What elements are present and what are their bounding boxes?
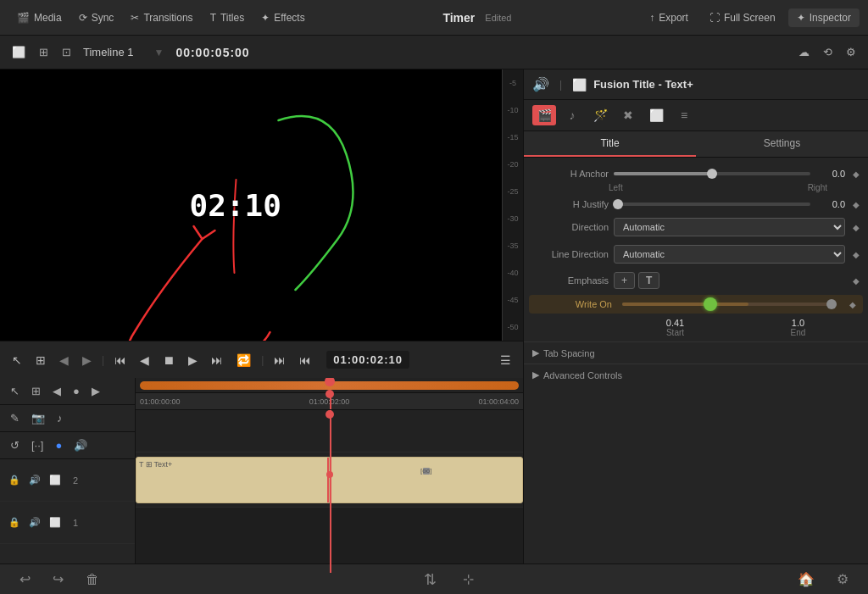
write-on-thumb-end[interactable] — [826, 299, 837, 309]
emphasis-plus-btn[interactable]: + — [614, 272, 635, 289]
emphasis-bold-btn[interactable]: T — [638, 272, 659, 289]
line-direction-dropdown[interactable]: Automatic Top to Bottom Bottom to Top — [614, 245, 845, 264]
write-on-keyframe[interactable]: ◆ — [849, 300, 856, 309]
next-btn[interactable]: ▶ — [77, 350, 97, 370]
emphasis-keyframe[interactable]: ◆ — [853, 276, 860, 286]
loop-btn[interactable]: 🔁 — [231, 350, 256, 370]
nav-inspector[interactable]: ✦ Inspector — [788, 8, 860, 27]
h-justify-value: 0.0 — [815, 199, 845, 209]
settings-icon[interactable]: ⚙ — [843, 44, 860, 60]
redo-btn[interactable]: ↪ — [46, 568, 70, 591]
h-anchor-slider[interactable] — [614, 172, 810, 175]
param-write-on: Write On ◆ — [529, 295, 863, 314]
direction-dropdown[interactable]: Automatic Left to Right Right to Left — [614, 218, 845, 236]
track1-clip-left[interactable]: T ⊞ Text+ — [136, 457, 330, 503]
share-icon-btn[interactable]: ⊹ — [456, 567, 481, 592]
write-on-slider[interactable] — [622, 303, 837, 306]
advanced-controls-section[interactable]: ▶ Advanced Controls — [524, 364, 868, 386]
nav-export[interactable]: ↑ Export — [641, 8, 697, 27]
stop-btn[interactable]: ⏹ — [158, 350, 180, 370]
h-anchor-keyframe[interactable]: ◆ — [853, 169, 860, 179]
tool-prev[interactable]: ◀ — [49, 383, 64, 399]
tab-transform-icon[interactable]: ✖ — [616, 105, 640, 125]
h-justify-keyframe[interactable]: ◆ — [853, 200, 860, 209]
sync-icon-btn[interactable]: ⇅ — [417, 567, 443, 592]
nav-fullscreen[interactable]: ⛶ Full Screen — [701, 8, 784, 27]
track1-audio-btn[interactable]: 🔊 — [27, 515, 42, 530]
viewer-icon-2[interactable]: ⊞ — [36, 44, 52, 60]
h-justify-slider[interactable] — [614, 203, 810, 206]
tool-wave[interactable]: [··] — [28, 437, 47, 453]
undo-btn[interactable]: ↩ — [13, 568, 37, 591]
delete-btn[interactable]: 🗑 — [79, 568, 106, 591]
begin-btn[interactable]: ⏮ — [294, 350, 316, 370]
nav-sync[interactable]: ⟳ Sync — [70, 8, 123, 27]
tab-settings[interactable]: Settings — [696, 131, 868, 157]
nav-media[interactable]: 🎬 Media — [8, 8, 70, 27]
end-btn[interactable]: ⏭ — [269, 350, 291, 370]
direction-label: Direction — [532, 222, 609, 232]
settings-btn[interactable]: ⚙ — [830, 568, 855, 591]
home-btn[interactable]: 🏠 — [791, 568, 821, 591]
clip-subtitle-icon: ⊞ — [146, 460, 153, 469]
select-tool-btn[interactable]: ↖ — [7, 350, 27, 370]
bottom-left-actions: ↩ ↪ 🗑 — [13, 568, 106, 591]
tool-audio[interactable]: 🔊 — [70, 437, 91, 453]
tool-circle[interactable]: ● — [70, 383, 83, 399]
step-back-btn[interactable]: ◀ — [135, 350, 154, 370]
tab-effects-icon[interactable]: 🪄 — [588, 105, 612, 125]
tool-select[interactable]: ↖ — [7, 383, 23, 399]
viewer-icon-3[interactable]: ⊡ — [58, 44, 75, 60]
h-anchor-sub-labels: Left Right — [524, 183, 868, 195]
view-icons: ⬜ ⊞ ⊡ — [8, 44, 75, 60]
track1-lock-btn[interactable]: 🔒 — [7, 515, 22, 530]
nav-transitions[interactable]: ✂ Transitions — [122, 8, 201, 27]
track2-video-btn[interactable]: ⬜ — [47, 473, 63, 487]
nav-effects[interactable]: ✦ Effects — [253, 8, 313, 27]
nav-right-items: ↑ Export ⛶ Full Screen ✦ Inspector — [641, 8, 860, 27]
menu-btn[interactable]: ☰ — [495, 350, 516, 370]
timeline-ruler: 01:00:00:00 01:00:02:00 01:00:04:00 — [136, 393, 523, 410]
tool-trim[interactable]: ⊞ — [28, 383, 44, 399]
line-direction-keyframe[interactable]: ◆ — [853, 250, 860, 259]
play-btn[interactable]: ▶ — [183, 350, 203, 370]
track1-clip-right[interactable]: [oo] — [330, 457, 524, 503]
cloud-sync-icon[interactable]: ☁ — [795, 44, 813, 60]
timeline-toolbar: ↖ ⊞ ◀ ● ▶ — [0, 378, 135, 405]
bottom-right-actions: 🏠 ⚙ — [791, 568, 855, 591]
tab-title[interactable]: Title — [524, 131, 696, 157]
edit-status: Edited — [485, 13, 511, 23]
transform-icon[interactable]: ⟲ — [820, 44, 836, 60]
sep1: | — [102, 354, 104, 366]
left-panel: 02:10 -5 -10 -15 -20 -25 -30 -35 -40 -45… — [0, 69, 523, 594]
tool-cam[interactable]: 📷 — [28, 410, 48, 426]
h-anchor-left-label — [532, 183, 609, 192]
track2-audio-btn[interactable]: 🔊 — [27, 473, 42, 487]
tab-speed-icon[interactable]: ≡ — [672, 105, 696, 125]
nav-titles[interactable]: T Titles — [202, 8, 253, 27]
tab-video-icon[interactable]: 🎬 — [532, 105, 556, 125]
inspector-title: Fusion Title - Text+ — [593, 78, 860, 91]
tool-next[interactable]: ▶ — [88, 383, 103, 399]
tool-edit[interactable]: ✎ — [7, 410, 23, 426]
fast-forward-btn[interactable]: ⏭ — [206, 350, 228, 370]
track2-lock-btn[interactable]: 🔒 — [7, 473, 22, 487]
h-anchor-thumb[interactable] — [707, 169, 717, 179]
track1-video-btn[interactable]: ⬜ — [47, 515, 63, 530]
tool-music[interactable]: ♪ — [53, 410, 66, 426]
trim-tool-btn[interactable]: ⊞ — [31, 350, 51, 370]
tool-blue-dot[interactable]: ● — [52, 437, 65, 453]
direction-keyframe[interactable]: ◆ — [853, 223, 860, 232]
rewind-btn[interactable]: ⏮ — [109, 350, 131, 370]
track-playhead — [330, 410, 331, 573]
tab-audio-icon[interactable]: ♪ — [560, 105, 584, 125]
tab-crop-icon[interactable]: ⬜ — [644, 105, 668, 125]
inspector-icon: ✦ — [797, 12, 805, 24]
write-on-thumb-start[interactable] — [704, 297, 717, 311]
tool-magnet[interactable]: ↺ — [7, 437, 23, 453]
tab-spacing-section[interactable]: ▶ Tab Spacing — [524, 341, 868, 364]
write-on-end: 1.0 End — [737, 318, 860, 337]
prev-btn[interactable]: ◀ — [54, 350, 74, 370]
h-justify-thumb[interactable] — [613, 199, 623, 209]
viewer-icon-1[interactable]: ⬜ — [8, 44, 29, 60]
